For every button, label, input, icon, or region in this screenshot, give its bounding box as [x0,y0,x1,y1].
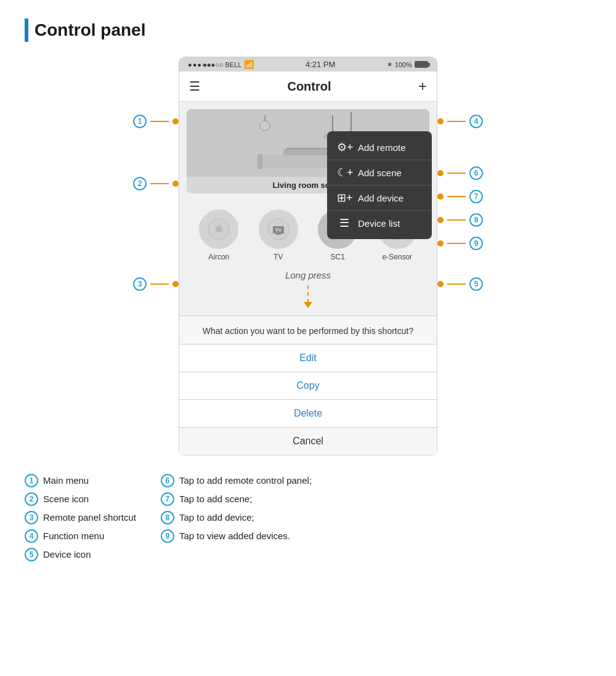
cancel-button[interactable]: Cancel [179,428,437,455]
svg-point-1 [260,121,270,131]
annotation-item-5: 5 Device icon [25,548,136,561]
hamburger-menu-icon[interactable]: ☰ [189,79,200,94]
annotation-item-9: 9 Tap to view added devices. [161,529,312,543]
annotation-9-text: Tap to view added devices. [179,529,290,542]
status-bar: ●●●○○ ●●●○○ BELL 📶 4:21 PM ∗ 100% [179,57,437,71]
add-device-icon: ⊞+ [337,191,352,205]
add-device-item[interactable]: ⊞+ Add device [327,185,432,211]
add-device-label: Add device [358,193,403,203]
annotation-item-4: 4 Function menu [25,529,136,543]
carrier-label: ●●●○○ BELL [203,61,241,68]
esensor-label: e-Sensor [382,253,412,261]
edit-button[interactable]: Edit [179,344,437,372]
annotation-9: 9 [437,237,483,250]
app-title: Control [287,79,331,94]
delete-button[interactable]: Delete [179,400,437,428]
long-press-label: Long press [187,266,429,283]
annotation-6: 6 [437,166,483,180]
device-aircon[interactable]: ❄ Aircon [199,210,238,261]
bluetooth-icon: ∗ [387,60,392,68]
add-scene-label: Add scene [358,168,402,178]
wifi-icon: 📶 [244,60,254,69]
device-tv[interactable]: TV TV [259,210,298,261]
annotation-3: 3 [133,277,179,291]
annotation-6-text: Tap to add remote control panel; [179,474,312,487]
annotation-item-3: 3 Remote panel shortcut [25,511,136,524]
dialog-message: What action you want to be performed by … [179,316,437,344]
device-list-icon: ☰ [337,216,352,230]
phone-mockup: ●●●○○ ●●●○○ BELL 📶 4:21 PM ∗ 100% ☰ Cont… [179,57,437,455]
aircon-icon-circle: ❄ [199,210,238,249]
battery-label: 100% [395,61,412,68]
app-content: ⚙+ Add remote ☾+ Add scene ⊞+ Add device… [179,102,437,316]
annotation-8-text: Tap to add device; [179,511,254,524]
annotation-7-text: Tap to add scene; [179,492,252,505]
aircon-icon: ❄ [208,218,230,240]
annotation-5-text: Device icon [43,548,91,561]
annotation-item-7: 7 Tap to add scene; [161,492,312,506]
annotation-5: 5 [437,277,483,291]
annotation-3-text: Remote panel shortcut [43,511,136,524]
battery-icon [415,61,428,68]
annotations-left-col: 1 Main menu 2 Scene icon 3 Remote panel … [25,474,136,561]
annotation-item-1: 1 Main menu [25,474,136,487]
tv-icon-circle: TV [259,210,298,249]
page-title-bar: Control panel [25,18,591,42]
dashed-arrow [187,283,429,308]
annotation-item-8: 8 Tap to add device; [161,511,312,524]
annotation-7: 7 [437,190,483,203]
page-title: Control panel [34,20,145,40]
svg-rect-7 [286,148,330,149]
copy-button[interactable]: Copy [179,372,437,400]
dropdown-menu: ⚙+ Add remote ☾+ Add scene ⊞+ Add device… [327,131,432,239]
annotation-2-text: Scene icon [43,492,89,505]
aircon-label: Aircon [208,253,229,261]
annotation-1-text: Main menu [43,474,89,487]
add-button-icon[interactable]: + [418,78,427,95]
annotation-1: 1 [133,115,179,128]
dialog-box: What action you want to be performed by … [179,316,437,455]
annotations-section: 1 Main menu 2 Scene icon 3 Remote panel … [25,474,591,561]
add-scene-icon: ☾+ [337,166,352,179]
device-list-item[interactable]: ☰ Device list [327,211,432,235]
annotation-2: 2 [133,177,179,190]
add-remote-item[interactable]: ⚙+ Add remote [327,135,432,160]
annotations-right-col: 6 Tap to add remote control panel; 7 Tap… [161,474,312,561]
device-list-label: Device list [358,218,400,229]
add-scene-item[interactable]: ☾+ Add scene [327,160,432,185]
title-accent [25,18,28,42]
svg-rect-9 [257,154,262,169]
svg-text:TV: TV [275,227,282,233]
sc1-label: SC1 [331,253,345,261]
add-remote-icon: ⚙+ [337,140,352,154]
app-header: ☰ Control + [179,71,437,102]
annotation-4: 4 [437,115,483,128]
annotation-4-text: Function menu [43,529,104,542]
annotation-item-6: 6 Tap to add remote control panel; [161,474,312,487]
annotation-item-2: 2 Scene icon [25,492,136,506]
svg-rect-16 [276,234,281,235]
tv-icon: TV [267,218,290,240]
tv-label: TV [274,253,283,261]
add-remote-label: Add remote [358,142,406,153]
annotation-8: 8 [437,213,483,227]
svg-text:❄: ❄ [214,223,224,235]
time-display: 4:21 PM [306,60,335,69]
